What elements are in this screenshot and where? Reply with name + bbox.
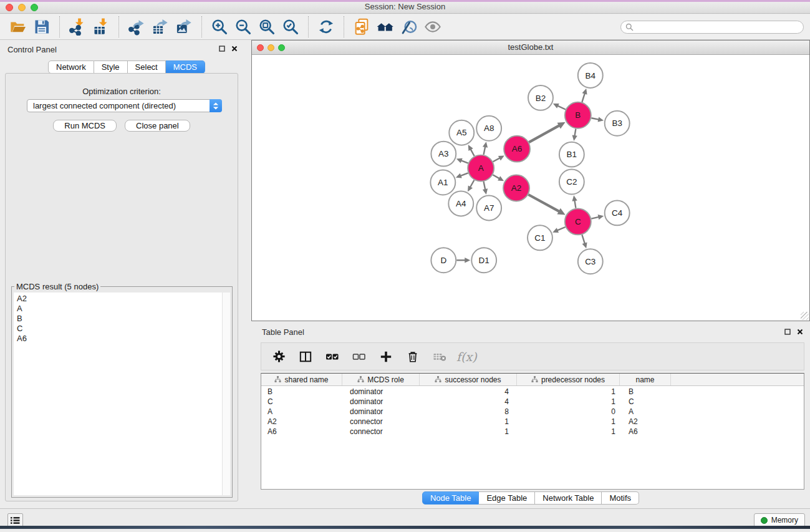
delete-table-button[interactable] bbox=[432, 349, 447, 364]
tab-node-table[interactable]: Node Table bbox=[422, 491, 480, 505]
network-minimize-button[interactable] bbox=[268, 44, 274, 51]
unselect-all-columns-button[interactable] bbox=[352, 349, 367, 364]
window-controls bbox=[6, 4, 38, 11]
network-zoom-button[interactable] bbox=[278, 44, 285, 51]
column-header-predecessor-nodes[interactable]: predecessor nodes bbox=[517, 374, 620, 385]
table-row[interactable]: Adominator80A bbox=[261, 407, 804, 417]
edge-arrowhead-icon bbox=[598, 117, 604, 122]
import-network-button[interactable] bbox=[67, 17, 87, 37]
table-settings-button[interactable] bbox=[271, 349, 286, 364]
search-icon bbox=[625, 23, 634, 31]
graph-edge[interactable] bbox=[557, 105, 566, 109]
delete-table-icon bbox=[433, 350, 446, 364]
refresh-layout-button[interactable] bbox=[316, 17, 336, 37]
graph-edge[interactable] bbox=[493, 158, 501, 162]
table-row[interactable]: A6connector11A6 bbox=[261, 427, 804, 437]
column-layout-button[interactable] bbox=[298, 349, 313, 364]
open-session-button[interactable] bbox=[8, 17, 28, 37]
network-window-titlebar[interactable]: testGlobe.txt bbox=[252, 41, 809, 55]
network-close-button[interactable] bbox=[257, 44, 264, 51]
float-panel-icon[interactable] bbox=[784, 329, 791, 335]
column-header-successor-nodes[interactable]: successor nodes bbox=[420, 374, 517, 385]
export-table-button[interactable] bbox=[150, 17, 170, 37]
task-history-button[interactable] bbox=[7, 513, 23, 527]
select-all-columns-button[interactable] bbox=[325, 349, 340, 364]
tab-edge-table[interactable]: Edge Table bbox=[479, 491, 535, 505]
close-window-button[interactable] bbox=[6, 4, 13, 11]
tab-mcds[interactable]: MCDS bbox=[166, 60, 205, 74]
tab-motifs[interactable]: Motifs bbox=[602, 491, 639, 505]
network-graph[interactable]: B4B2BB3A8A5A6A3B1AC2A1A2A4A7C4CC1DD1C3 bbox=[252, 56, 809, 321]
node-table: shared name MCDS role successor nodes pr… bbox=[261, 373, 804, 490]
graph-edge[interactable] bbox=[484, 181, 486, 190]
tab-select[interactable]: Select bbox=[128, 60, 166, 74]
import-network-icon bbox=[69, 18, 86, 36]
zoom-fit-button[interactable] bbox=[257, 17, 277, 37]
export-network-button[interactable] bbox=[127, 17, 147, 37]
column-header-name[interactable]: name bbox=[620, 374, 671, 385]
mcds-result-item[interactable]: A2 bbox=[14, 294, 230, 304]
zoom-in-button[interactable] bbox=[210, 17, 229, 37]
column-header-shared-name[interactable]: shared name bbox=[261, 374, 342, 385]
graph-node-label: A6 bbox=[512, 144, 522, 153]
column-header-mcds-role[interactable]: MCDS role bbox=[342, 374, 420, 385]
graph-edge[interactable] bbox=[582, 235, 585, 244]
zoom-selected-button[interactable] bbox=[281, 17, 301, 37]
mcds-result-item[interactable]: B bbox=[14, 314, 230, 324]
function-builder-button[interactable]: f(x) bbox=[459, 349, 477, 364]
mcds-result-item[interactable]: A6 bbox=[14, 334, 230, 344]
graph-edge[interactable] bbox=[493, 175, 500, 179]
zoom-out-button[interactable] bbox=[233, 17, 253, 37]
graph-edge[interactable] bbox=[470, 148, 475, 156]
mcds-result-item[interactable]: C bbox=[14, 324, 230, 334]
table-row[interactable]: Bdominator41B bbox=[261, 387, 804, 397]
graph-edge[interactable] bbox=[574, 200, 576, 208]
graph-edge[interactable] bbox=[484, 146, 486, 155]
result-list-scrollbar[interactable] bbox=[222, 293, 230, 495]
control-panel-title: Control Panel bbox=[7, 45, 57, 54]
table-cell: C bbox=[261, 397, 342, 407]
tab-network[interactable]: Network bbox=[48, 60, 94, 74]
table-row[interactable]: A2connector11A2 bbox=[261, 417, 804, 427]
toggle-styles-button[interactable] bbox=[399, 17, 419, 37]
network-canvas[interactable]: B4B2BB3A8A5A6A3B1AC2A1A2A4A7C4CC1DD1C3 bbox=[252, 56, 809, 321]
window-resize-grip[interactable] bbox=[801, 312, 809, 320]
delete-column-button[interactable] bbox=[405, 349, 420, 364]
edge-arrowhead-icon bbox=[483, 188, 488, 195]
mcds-result-list[interactable]: A2ABCA6 bbox=[14, 293, 230, 495]
float-panel-icon[interactable] bbox=[219, 46, 225, 52]
add-column-button[interactable] bbox=[378, 349, 393, 364]
tab-network-table[interactable]: Network Table bbox=[535, 491, 602, 505]
global-search-field[interactable] bbox=[620, 21, 804, 34]
graph-node-label: A8 bbox=[484, 123, 494, 133]
memory-button[interactable]: Memory bbox=[754, 513, 805, 527]
close-panel-button[interactable]: Close panel bbox=[125, 120, 190, 132]
memory-label: Memory bbox=[771, 516, 798, 525]
close-panel-icon[interactable] bbox=[797, 329, 803, 335]
tab-style[interactable]: Style bbox=[94, 60, 128, 74]
clone-network-button[interactable] bbox=[352, 17, 372, 37]
save-session-button[interactable] bbox=[32, 17, 52, 37]
zoom-window-button[interactable] bbox=[31, 4, 38, 11]
network-view-window: testGlobe.txt B4B2BB3A8A5A6A3B1AC2A1A2A4… bbox=[251, 40, 810, 321]
criterion-dropdown[interactable]: largest connected component (directed) bbox=[27, 99, 222, 112]
mcds-result-item[interactable]: A bbox=[14, 304, 230, 314]
table-cell: dominator bbox=[342, 397, 420, 407]
import-table-button[interactable] bbox=[91, 17, 111, 37]
close-panel-icon[interactable] bbox=[231, 46, 238, 52]
run-mcds-button[interactable]: Run MCDS bbox=[53, 120, 117, 132]
graph-edge[interactable] bbox=[529, 125, 560, 142]
graph-edge[interactable] bbox=[528, 195, 560, 212]
table-panel-title: Table Panel bbox=[262, 327, 304, 337]
graph-edge[interactable] bbox=[591, 217, 599, 219]
search-input[interactable] bbox=[636, 22, 803, 31]
graph-edge[interactable] bbox=[470, 180, 474, 188]
graph-edge[interactable] bbox=[557, 227, 566, 231]
table-row[interactable]: Cdominator41C bbox=[261, 397, 804, 407]
export-image-button[interactable] bbox=[174, 17, 194, 37]
minimize-window-button[interactable] bbox=[18, 4, 26, 11]
toggle-visibility-button[interactable] bbox=[423, 17, 443, 37]
show-all-networks-button[interactable] bbox=[375, 17, 395, 37]
graph-edge[interactable] bbox=[582, 93, 585, 102]
graph-edge[interactable] bbox=[460, 173, 468, 176]
